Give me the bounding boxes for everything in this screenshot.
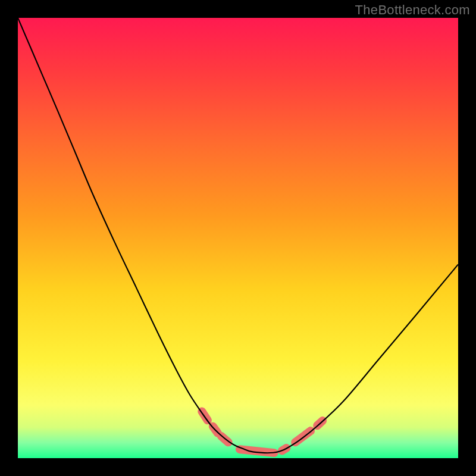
outer-frame: TheBottleneck.com: [0, 0, 476, 476]
chart-svg: [18, 18, 458, 458]
plot-area: [18, 18, 458, 458]
gradient-background: [18, 18, 458, 458]
watermark-text: TheBottleneck.com: [355, 2, 470, 18]
